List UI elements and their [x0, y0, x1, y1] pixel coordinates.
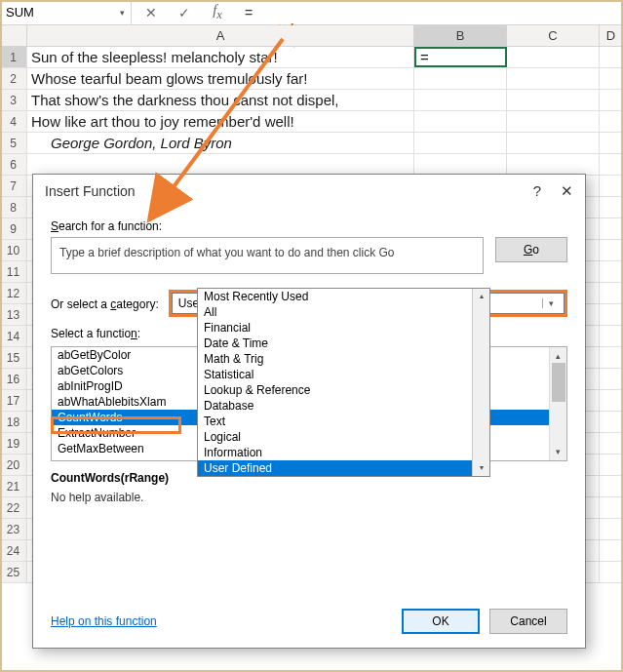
cell[interactable] [414, 111, 507, 132]
dropdown-scrollbar[interactable]: ▴ ▾ [472, 289, 489, 476]
row-header[interactable]: 11 [0, 261, 27, 282]
cell[interactable] [507, 68, 600, 89]
row-header[interactable]: 24 [0, 540, 27, 561]
cell[interactable] [600, 347, 623, 368]
category-option[interactable]: All [198, 304, 489, 320]
row-header[interactable]: 20 [0, 455, 27, 475]
row-header[interactable]: 13 [0, 304, 27, 325]
row-header[interactable]: 17 [0, 390, 27, 411]
row-header[interactable]: 25 [0, 562, 27, 582]
cell[interactable] [600, 47, 623, 67]
category-option[interactable]: Math & Trig [198, 351, 489, 367]
category-option[interactable]: Most Recently Used [198, 289, 489, 304]
row-header[interactable]: 9 [0, 218, 27, 239]
row-header[interactable]: 2 [0, 68, 27, 89]
ok-button[interactable]: OK [402, 609, 480, 634]
row-header[interactable]: 21 [0, 476, 27, 496]
active-cell[interactable]: = [414, 47, 507, 67]
cell[interactable] [507, 154, 600, 175]
category-option[interactable]: Logical [198, 429, 489, 445]
scroll-up-icon[interactable]: ▴ [473, 289, 489, 304]
dialog-titlebar[interactable]: Insert Function ? ✕ [33, 175, 585, 208]
scroll-down-icon[interactable]: ▾ [473, 460, 489, 476]
scroll-down-icon[interactable]: ▾ [550, 443, 566, 460]
category-option[interactable]: Financial [198, 320, 489, 336]
category-option[interactable]: Information [198, 445, 489, 460]
cell[interactable] [600, 90, 623, 110]
cell[interactable] [600, 562, 623, 582]
cell[interactable] [600, 111, 623, 132]
chevron-down-icon[interactable]: ▾ [542, 298, 560, 308]
row-header[interactable]: 8 [0, 197, 27, 217]
cell[interactable] [600, 433, 623, 454]
cell[interactable] [600, 455, 623, 475]
cell[interactable] [600, 154, 623, 175]
cell[interactable] [600, 240, 623, 260]
cell[interactable] [600, 197, 623, 217]
cell[interactable] [414, 68, 507, 89]
row-header[interactable]: 3 [0, 90, 27, 110]
formula-input[interactable]: = [237, 5, 623, 20]
close-icon[interactable]: ✕ [561, 182, 573, 200]
cell[interactable] [600, 540, 623, 561]
row-header[interactable]: 16 [0, 369, 27, 389]
category-option[interactable]: Text [198, 414, 489, 429]
cell[interactable] [600, 326, 623, 346]
cell[interactable]: Whose tearful beam glows tremulously far… [27, 68, 414, 89]
row-header[interactable]: 10 [0, 240, 27, 260]
cell[interactable] [507, 47, 600, 67]
col-header-a[interactable]: A [27, 25, 414, 46]
cell[interactable] [600, 369, 623, 389]
category-option[interactable]: Database [198, 398, 489, 414]
help-icon[interactable]: ? [533, 182, 541, 200]
cell[interactable] [600, 261, 623, 282]
enter-icon[interactable]: ✓ [175, 5, 194, 20]
cell[interactable] [414, 90, 507, 110]
select-all-corner[interactable] [0, 25, 27, 46]
cell[interactable] [600, 176, 623, 196]
cell[interactable] [600, 497, 623, 518]
cell[interactable] [600, 412, 623, 432]
cell[interactable]: Sun of the sleepless! melancholy star! [27, 47, 414, 67]
name-box[interactable]: SUM ▾ [0, 0, 132, 24]
col-header-d[interactable]: D [600, 25, 623, 46]
cell[interactable] [600, 218, 623, 239]
cell[interactable] [414, 154, 507, 175]
cancel-button[interactable]: Cancel [489, 609, 567, 634]
cell[interactable] [600, 304, 623, 325]
row-header[interactable]: 7 [0, 176, 27, 196]
category-option[interactable]: Date & Time [198, 336, 489, 351]
cell[interactable] [507, 133, 600, 153]
go-button[interactable]: Go [495, 237, 567, 262]
category-option[interactable]: Statistical [198, 367, 489, 382]
cell[interactable] [600, 476, 623, 496]
cell[interactable] [414, 133, 507, 153]
cell[interactable] [507, 90, 600, 110]
row-header[interactable]: 5 [0, 133, 27, 153]
search-input[interactable]: Type a brief description of what you wan… [51, 237, 484, 274]
insert-function-icon[interactable]: fx [208, 2, 227, 22]
row-header[interactable]: 19 [0, 433, 27, 454]
category-option[interactable]: Lookup & Reference [198, 382, 489, 398]
cell[interactable]: George Gordon, Lord Byron [27, 133, 414, 153]
scroll-thumb[interactable] [552, 363, 565, 402]
cell[interactable] [600, 283, 623, 303]
col-header-c[interactable]: C [507, 25, 600, 46]
cell[interactable] [600, 390, 623, 411]
row-header[interactable]: 12 [0, 283, 27, 303]
row-header[interactable]: 14 [0, 326, 27, 346]
col-header-b[interactable]: B [414, 25, 507, 46]
category-option[interactable]: User Defined [198, 460, 489, 476]
function-list-scrollbar[interactable]: ▴ ▾ [549, 347, 566, 460]
cell[interactable]: How like art thou to joy remember'd well… [27, 111, 414, 132]
cell[interactable] [600, 133, 623, 153]
row-header[interactable]: 23 [0, 519, 27, 539]
category-dropdown-list[interactable]: Most Recently UsedAllFinancialDate & Tim… [197, 288, 490, 477]
row-header[interactable]: 15 [0, 347, 27, 368]
cell[interactable] [507, 111, 600, 132]
row-header[interactable]: 4 [0, 111, 27, 132]
name-box-dropdown-icon[interactable]: ▾ [120, 8, 125, 18]
cancel-icon[interactable]: ✕ [141, 5, 161, 20]
cell[interactable] [27, 154, 414, 175]
row-header[interactable]: 22 [0, 497, 27, 518]
